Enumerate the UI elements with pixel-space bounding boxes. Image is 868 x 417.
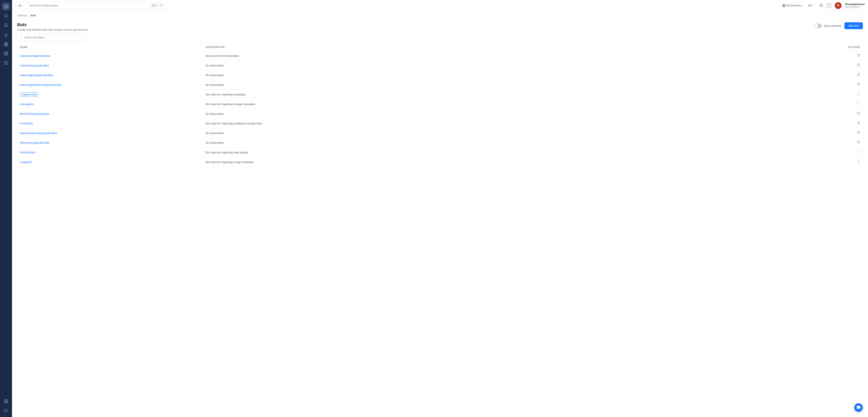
domain-selector[interactable]: All Domains — [782, 4, 805, 7]
bot-name-cell: CollateAIApplicationBot — [17, 61, 203, 70]
delete-bot-icon[interactable] — [857, 122, 860, 125]
chat-widget[interactable] — [854, 403, 863, 412]
bot-actions-cell — [795, 109, 863, 119]
sidebar-icon-lightbulb[interactable] — [2, 31, 10, 39]
svg-point-11 — [160, 4, 162, 6]
bot-actions-cell — [795, 80, 863, 90]
show-deleted-toggle[interactable] — [814, 24, 822, 28]
breadcrumb-current: Bots — [31, 14, 36, 17]
sidebar-icon-settings[interactable] — [2, 397, 10, 405]
svg-line-16 — [22, 38, 22, 38]
bot-description-cell: No Description — [203, 128, 795, 138]
bot-name-cell: TestSuiteBot — [17, 148, 203, 157]
svg-point-9 — [6, 401, 7, 402]
bot-description-cell: No Description — [203, 80, 795, 90]
notifications-icon[interactable] — [819, 3, 823, 8]
bot-name-cell: AutomatorApplicationBot — [17, 51, 203, 61]
table-row: TestSuiteBotBot used for ingesting data … — [17, 148, 863, 157]
bot-name-link[interactable]: LineageBot — [20, 102, 34, 106]
sidebar — [0, 0, 12, 417]
search-submit-icon[interactable] — [159, 3, 163, 7]
table-header: NAME DESCRIPTION ACTIONS — [17, 43, 863, 51]
bot-name-cell: MetaPilotApplicationBot — [17, 109, 203, 119]
bot-name-cell: TelemetryApplicationBot — [17, 138, 203, 148]
bot-actions-cell — [795, 90, 863, 99]
bot-description-cell: Bot used for ingesting usage metadata. — [203, 157, 795, 167]
bot-name-cell: UsageBot — [17, 157, 203, 167]
bot-actions-cell — [795, 51, 863, 61]
avatar[interactable]: R — [835, 2, 842, 9]
toggle-knob — [814, 24, 818, 28]
bot-name-link[interactable]: MetaPilotApplicationBot — [20, 112, 49, 116]
delete-bot-icon[interactable] — [857, 112, 860, 116]
bots-table-container: NAME DESCRIPTION ACTIONS AutomatorApplic… — [12, 43, 868, 167]
delete-bot-icon — [857, 102, 860, 106]
delete-bot-icon — [857, 151, 860, 154]
sidebar-icon-book[interactable] — [2, 59, 10, 67]
bot-name-link[interactable]: AutomatorApplicationBot — [20, 54, 51, 58]
delete-bot-icon[interactable] — [857, 54, 860, 58]
bot-name-link[interactable]: TelemetryApplicationBot — [20, 141, 50, 145]
bot-description-cell: No Description — [203, 70, 795, 80]
table-row: DataInsightsReportApplicationBotNo Descr… — [17, 80, 863, 90]
page-header: Bots Create well-defined bots with scope… — [12, 19, 868, 34]
delete-bot-icon[interactable] — [857, 73, 860, 77]
page-title-section: Bots Create well-defined bots with scope… — [17, 22, 89, 31]
sidebar-icon-logout[interactable] — [2, 407, 10, 414]
sidebar-icon-bell[interactable] — [2, 22, 10, 29]
table-row: MetaPilotApplicationBotNo Description — [17, 109, 863, 119]
table-row: LineageBotBot used for ingesting lineage… — [17, 99, 863, 109]
delete-bot-icon[interactable] — [857, 64, 860, 67]
bot-description-cell: No Description — [203, 61, 795, 70]
table-row: ProfilerBotBot used for ingesting profil… — [17, 119, 863, 128]
sidebar-icon-layers[interactable] — [2, 3, 10, 10]
language-selector[interactable]: EN — [808, 4, 816, 7]
sidebar-icon-globe[interactable] — [2, 40, 10, 48]
bot-name-link[interactable]: DataInsightsApplicationBot — [20, 73, 53, 77]
column-description: DESCRIPTION — [203, 43, 795, 51]
bot-name-link[interactable]: UsageBot — [20, 160, 32, 164]
delete-bot-icon[interactable] — [857, 131, 860, 135]
sidebar-icon-search[interactable] — [2, 12, 10, 20]
search-type-selector[interactable]: All — [18, 4, 27, 7]
user-name: Rounakpreet.d — [845, 3, 865, 6]
bot-actions-cell — [795, 148, 863, 157]
delete-bot-icon — [857, 160, 860, 164]
bot-name-cell: LineageBot — [17, 99, 203, 109]
bots-search-input[interactable] — [25, 36, 83, 39]
delete-bot-icon[interactable] — [857, 141, 860, 145]
bot-actions-cell — [795, 138, 863, 148]
svg-line-12 — [162, 6, 162, 6]
column-name: NAME — [17, 43, 203, 51]
main-content: All ⌘ K All Domains EN ? R — [12, 0, 868, 417]
bot-actions-cell — [795, 61, 863, 70]
bot-description-cell: Bot used for the Automator. — [203, 51, 795, 61]
bot-description-cell: No Description — [203, 109, 795, 119]
bot-name-link[interactable]: SearchIndexingApplicationBot — [20, 131, 57, 135]
topbar: All ⌘ K All Domains EN ? R — [12, 0, 868, 11]
bot-name-link[interactable]: IngestionBot — [20, 92, 38, 97]
sidebar-icon-database[interactable] — [2, 50, 10, 58]
page-subtitle: Create well-defined bots with scoped acc… — [17, 28, 89, 31]
breadcrumb-settings[interactable]: Settings — [17, 14, 27, 17]
bot-name-link[interactable]: CollateAIApplicationBot — [20, 64, 49, 67]
bot-description-cell: Bot used for ingesting profiling & sampl… — [203, 119, 795, 128]
breadcrumb-separator: / — [29, 14, 29, 17]
table-body: AutomatorApplicationBotBot used for the … — [17, 51, 863, 167]
bot-name-link[interactable]: DataInsightsReportApplicationBot — [20, 83, 61, 87]
domain-label: All Domains — [786, 4, 801, 7]
add-bot-button[interactable]: Add Bot — [844, 22, 863, 29]
delete-bot-icon — [857, 93, 860, 96]
bot-name-link[interactable]: TestSuiteBot — [20, 151, 35, 154]
global-search-container: All ⌘ K — [16, 2, 166, 9]
user-info: Rounakpreet.d Data Steward — [845, 3, 865, 8]
bot-name-cell: DataInsightsApplicationBot — [17, 70, 203, 80]
help-icon[interactable]: ? — [827, 3, 831, 8]
bot-actions-cell — [795, 128, 863, 138]
bot-actions-cell — [795, 157, 863, 167]
bot-description-cell: Bot used for ingesting lineage metadata. — [203, 99, 795, 109]
global-search-input[interactable] — [29, 4, 149, 7]
table-row: DataInsightsApplicationBotNo Description — [17, 70, 863, 80]
delete-bot-icon[interactable] — [857, 83, 860, 87]
bot-name-link[interactable]: ProfilerBot — [20, 122, 33, 125]
